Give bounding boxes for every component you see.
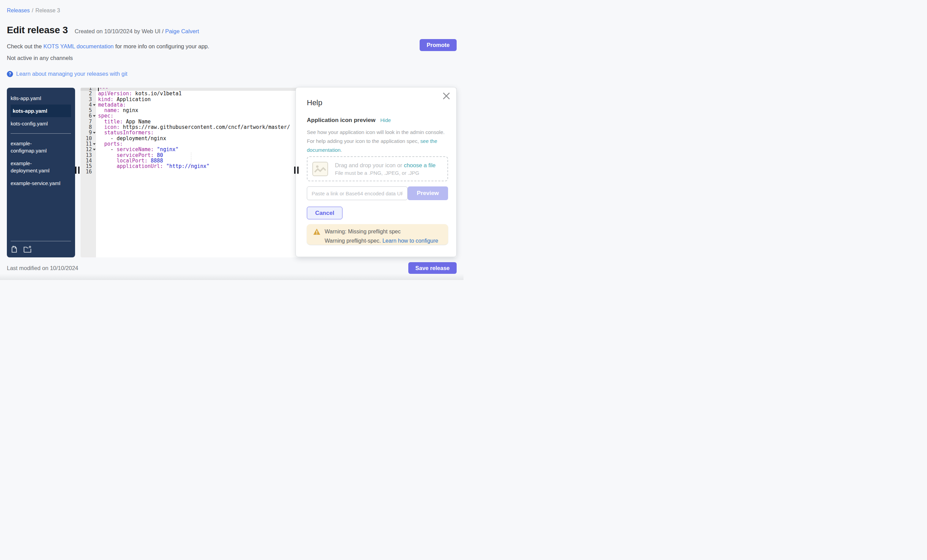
warning-icon bbox=[313, 228, 321, 235]
question-icon: ? bbox=[7, 71, 13, 77]
fold-arrow-icon[interactable] bbox=[93, 132, 96, 134]
gutter-line-9: 9 bbox=[81, 130, 96, 135]
gutter-line-10: 10 bbox=[81, 136, 96, 141]
fold-arrow-icon[interactable] bbox=[93, 149, 96, 150]
breadcrumb-releases-link[interactable]: Releases bbox=[7, 8, 30, 14]
gutter-line-11: 11 bbox=[81, 141, 96, 147]
gutter-line-3: 3 bbox=[81, 97, 96, 102]
gutter-line-16: 16 bbox=[81, 169, 96, 175]
gutter-line-12: 12 bbox=[81, 147, 96, 152]
help-title: Help bbox=[307, 99, 322, 107]
git-help-row: ? Learn about managing your releases wit… bbox=[7, 71, 128, 77]
git-releases-link[interactable]: Learn about managing your releases with … bbox=[16, 71, 128, 77]
channel-status: Not active in any channels bbox=[7, 55, 73, 61]
promote-button[interactable]: Promote bbox=[419, 39, 457, 51]
sidebar-group-divider bbox=[11, 133, 71, 134]
icon-preview-section-header: Application icon preview Hide bbox=[307, 117, 391, 124]
gutter-line-2: 2 bbox=[81, 91, 96, 96]
sidebar-bottom-toolbar bbox=[11, 241, 71, 257]
fold-arrow-icon[interactable] bbox=[93, 115, 96, 117]
fold-arrow-icon[interactable] bbox=[93, 104, 96, 106]
warning-detail: Warning preflight-spec. Learn how to con… bbox=[325, 238, 438, 244]
icon-url-row: Preview bbox=[307, 187, 448, 200]
save-release-button[interactable]: Save release bbox=[408, 262, 457, 274]
created-by-link[interactable]: Paige Calvert bbox=[165, 28, 199, 34]
docs-info-line: Check out the KOTS YAML documentation fo… bbox=[7, 43, 209, 50]
page-title: Edit release 3 bbox=[7, 25, 68, 36]
breadcrumb-current: Release 3 bbox=[35, 8, 60, 14]
preview-button[interactable]: Preview bbox=[407, 187, 448, 200]
file-sidebar: k8s-app.yamlkots-app.yamlkots-config.yam… bbox=[7, 88, 75, 257]
title-row: Edit release 3 Created on 10/10/2024 by … bbox=[7, 25, 199, 36]
breadcrumb: Releases/Release 3 bbox=[7, 8, 60, 14]
warning-title: Warning: Missing preflight spec bbox=[325, 229, 401, 235]
sidebar-resize-handle[interactable] bbox=[75, 167, 79, 174]
hide-link[interactable]: Hide bbox=[380, 117, 391, 123]
breadcrumb-separator: / bbox=[32, 8, 33, 14]
gutter-line-14: 14 bbox=[81, 158, 96, 164]
help-panel: Help Application icon preview Hide See h… bbox=[295, 87, 457, 257]
gutter-line-8: 8 bbox=[81, 124, 96, 130]
new-file-icon[interactable] bbox=[11, 245, 18, 253]
gutter-line-7: 7 bbox=[81, 119, 96, 124]
dropzone-text: Drag and drop your icon or choose a file… bbox=[335, 162, 436, 176]
icon-preview-description: See how your application icon will look … bbox=[307, 128, 445, 155]
gutter-line-1: 1 bbox=[81, 88, 96, 91]
gutter-line-6: 6 bbox=[81, 113, 96, 118]
sidebar-item-example-configmap-yaml[interactable]: example- configmap.yaml bbox=[11, 137, 71, 157]
dropzone-hint: File must be a .PNG, .JPEG, or .JPG bbox=[335, 170, 436, 176]
sidebar-item-kots-app-yaml[interactable]: kots-app.yaml bbox=[11, 105, 71, 117]
icon-url-input[interactable] bbox=[307, 187, 407, 200]
sidebar-item-example-service-yaml[interactable]: example-service.yaml bbox=[11, 177, 71, 190]
sidebar-item-kots-config-yaml[interactable]: kots-config.yaml bbox=[11, 117, 71, 130]
sidebar-item-k8s-app-yaml[interactable]: k8s-app.yaml bbox=[11, 92, 71, 105]
fold-arrow-icon[interactable] bbox=[93, 143, 96, 145]
kots-yaml-docs-link[interactable]: KOTS YAML documentation bbox=[43, 43, 114, 49]
sidebar-item-example-deployment-yaml[interactable]: example- deployment.yaml bbox=[11, 157, 71, 177]
preflight-warning: Warning: Missing preflight spec Warning … bbox=[307, 224, 448, 245]
gutter-rows: 12345678910111213141516 bbox=[81, 88, 96, 175]
gutter-line-4: 4 bbox=[81, 102, 96, 108]
last-modified-text: Last modified on 10/10/2024 bbox=[7, 265, 78, 272]
icon-dropzone[interactable]: Drag and drop your icon or choose a file… bbox=[307, 156, 448, 181]
gutter-line-15: 15 bbox=[81, 164, 96, 169]
icon-preview-title: Application icon preview bbox=[307, 117, 375, 124]
gutter-line-13: 13 bbox=[81, 153, 96, 158]
gutter-line-5: 5 bbox=[81, 108, 96, 113]
choose-file-link[interactable]: choose a file bbox=[404, 162, 436, 168]
new-folder-icon[interactable] bbox=[23, 245, 32, 253]
cancel-button[interactable]: Cancel bbox=[307, 206, 342, 219]
close-icon[interactable] bbox=[442, 91, 451, 100]
created-info: Created on 10/10/2024 by Web UI / Paige … bbox=[75, 28, 199, 35]
image-placeholder-icon bbox=[312, 162, 328, 176]
release-editor-page: Releases/Release 3 Edit release 3 Create… bbox=[0, 0, 464, 280]
sidebar-file-list: k8s-app.yamlkots-app.yamlkots-config.yam… bbox=[7, 88, 75, 190]
learn-configure-link[interactable]: Learn how to configure bbox=[382, 238, 438, 244]
bottom-fade bbox=[0, 274, 464, 280]
editor-resize-handle[interactable] bbox=[294, 167, 299, 174]
